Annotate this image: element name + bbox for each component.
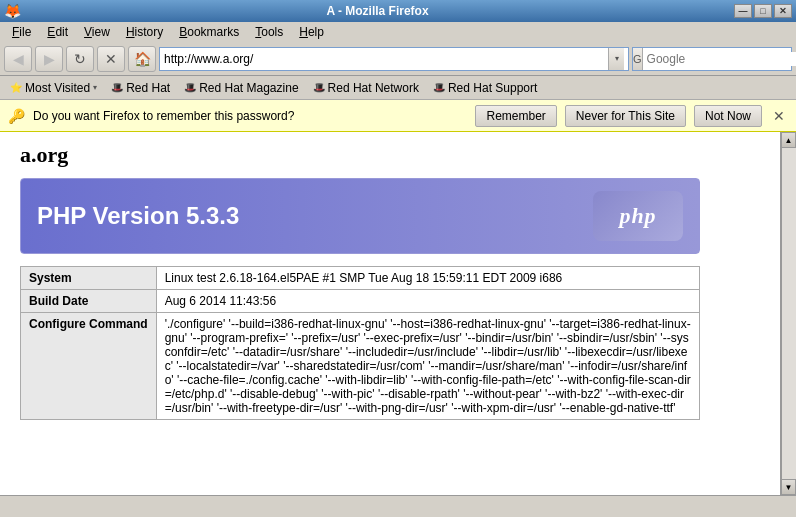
menu-file[interactable]: File xyxy=(4,23,39,41)
bookmark-red-hat-support-label: Red Hat Support xyxy=(448,81,537,95)
red-hat-support-icon: 🎩 xyxy=(433,82,445,93)
reload-button[interactable]: ↻ xyxy=(66,46,94,72)
scrollbar[interactable]: ▲ ▼ xyxy=(780,132,796,495)
stop-button[interactable]: ✕ xyxy=(97,46,125,72)
content-area: a.org PHP Version 5.3.3 php SystemLinux … xyxy=(0,132,796,495)
menu-bookmarks[interactable]: Bookmarks xyxy=(171,23,247,41)
window-title: A - Mozilla Firefox xyxy=(21,4,734,18)
menu-bar: File Edit View History Bookmarks Tools H… xyxy=(0,22,796,42)
menu-tools[interactable]: Tools xyxy=(247,23,291,41)
title-bar-left: 🦊 xyxy=(4,3,21,19)
remember-button[interactable]: Remember xyxy=(475,105,556,127)
php-info-table: SystemLinux test 2.6.18-164.el5PAE #1 SM… xyxy=(20,266,700,420)
search-input[interactable] xyxy=(643,52,796,66)
menu-edit[interactable]: Edit xyxy=(39,23,76,41)
bookmarks-bar: ⭐ Most Visited ▾ 🎩 Red Hat 🎩 Red Hat Mag… xyxy=(0,76,796,100)
nav-bar: ◀ ▶ ↻ ✕ 🏠 ▾ G 🔍 xyxy=(0,42,796,76)
menu-view[interactable]: View xyxy=(76,23,118,41)
table-row: SystemLinux test 2.6.18-164.el5PAE #1 SM… xyxy=(21,267,700,290)
most-visited-dropdown-icon: ▾ xyxy=(93,83,97,92)
minimize-button[interactable]: — xyxy=(734,4,752,18)
site-title: a.org xyxy=(20,142,776,168)
notification-text: Do you want Firefox to remember this pas… xyxy=(33,109,467,123)
close-button[interactable]: ✕ xyxy=(774,4,792,18)
red-hat-magazine-icon: 🎩 xyxy=(184,82,196,93)
table-label-cell: System xyxy=(21,267,157,290)
bookmark-red-hat-support[interactable]: 🎩 Red Hat Support xyxy=(427,79,543,97)
search-engine-icon: G xyxy=(633,48,643,70)
notification-bar: 🔑 Do you want Firefox to remember this p… xyxy=(0,100,796,132)
php-header: PHP Version 5.3.3 php xyxy=(20,178,700,254)
maximize-button[interactable]: □ xyxy=(754,4,772,18)
back-button[interactable]: ◀ xyxy=(4,46,32,72)
table-row: Build DateAug 6 2014 11:43:56 xyxy=(21,290,700,313)
password-icon: 🔑 xyxy=(8,108,25,124)
bookmark-red-hat[interactable]: 🎩 Red Hat xyxy=(105,79,176,97)
menu-help[interactable]: Help xyxy=(291,23,332,41)
table-value-cell: Linux test 2.6.18-164.el5PAE #1 SMP Tue … xyxy=(156,267,699,290)
window-controls: — □ ✕ xyxy=(734,4,792,18)
menu-history[interactable]: History xyxy=(118,23,171,41)
bookmark-most-visited[interactable]: ⭐ Most Visited ▾ xyxy=(4,79,103,97)
bookmark-red-hat-network-label: Red Hat Network xyxy=(328,81,419,95)
table-value-cell: Aug 6 2014 11:43:56 xyxy=(156,290,699,313)
home-button[interactable]: 🏠 xyxy=(128,46,156,72)
scroll-down-button[interactable]: ▼ xyxy=(781,479,796,495)
table-label-cell: Configure Command xyxy=(21,313,157,420)
bookmark-red-hat-label: Red Hat xyxy=(126,81,170,95)
not-now-button[interactable]: Not Now xyxy=(694,105,762,127)
notification-close-button[interactable]: ✕ xyxy=(770,107,788,125)
forward-button[interactable]: ▶ xyxy=(35,46,63,72)
bookmark-most-visited-label: Most Visited xyxy=(25,81,90,95)
bookmark-red-hat-network[interactable]: 🎩 Red Hat Network xyxy=(307,79,425,97)
bookmark-red-hat-magazine[interactable]: 🎩 Red Hat Magazine xyxy=(178,79,304,97)
scroll-up-button[interactable]: ▲ xyxy=(781,132,796,148)
url-input[interactable] xyxy=(164,52,608,66)
red-hat-icon: 🎩 xyxy=(111,82,123,93)
table-value-cell: './configure' '--build=i386-redhat-linux… xyxy=(156,313,699,420)
search-bar-container: G 🔍 xyxy=(632,47,792,71)
table-row: Configure Command'./configure' '--build=… xyxy=(21,313,700,420)
url-bar-container: ▾ xyxy=(159,47,629,71)
firefox-icon: 🦊 xyxy=(4,3,21,19)
red-hat-network-icon: 🎩 xyxy=(313,82,325,93)
title-bar: 🦊 A - Mozilla Firefox — □ ✕ xyxy=(0,0,796,22)
php-logo: php xyxy=(593,191,683,241)
url-dropdown-button[interactable]: ▾ xyxy=(608,48,624,70)
most-visited-icon: ⭐ xyxy=(10,82,22,93)
table-label-cell: Build Date xyxy=(21,290,157,313)
never-for-this-site-button[interactable]: Never for This Site xyxy=(565,105,686,127)
page-content: a.org PHP Version 5.3.3 php SystemLinux … xyxy=(0,132,796,430)
bookmark-red-hat-magazine-label: Red Hat Magazine xyxy=(199,81,298,95)
php-logo-text: php xyxy=(619,203,656,229)
php-version-text: PHP Version 5.3.3 xyxy=(37,202,239,230)
